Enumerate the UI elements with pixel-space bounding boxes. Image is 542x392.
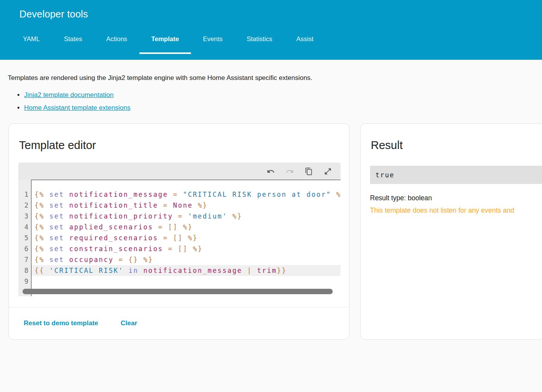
result-card: Result true Result type: boolean This te… [360, 123, 542, 340]
line-number: 2 [18, 200, 31, 211]
horizontal-scrollbar[interactable] [23, 289, 333, 294]
copy-icon[interactable] [305, 167, 313, 175]
code-line[interactable]: {% set notification_message = "CRITICAL … [31, 189, 340, 200]
tab-events[interactable]: Events [191, 30, 235, 54]
code-line[interactable]: {% set required_scenarios = [] %} [31, 232, 340, 243]
code-line[interactable]: {{ 'CRITICAL RISK' in notification_messa… [31, 265, 340, 276]
template-editor-footer: Reset to demo template Clear [9, 307, 349, 339]
undo-icon[interactable] [267, 167, 275, 175]
cards-row: Template editor [9, 123, 542, 340]
reset-demo-template-button[interactable]: Reset to demo template [18, 316, 104, 331]
result-value: true [375, 171, 394, 179]
code-input-area[interactable]: {% set notification_message = "CRITICAL … [31, 180, 340, 296]
result-value-box: true [370, 166, 542, 184]
template-editor-title: Template editor [19, 139, 340, 152]
redo-icon[interactable] [286, 167, 294, 175]
editor-toolbar [18, 163, 340, 180]
line-number: 4 [18, 222, 31, 232]
expand-icon[interactable] [324, 167, 332, 175]
app-header: Developer tools YAMLStatesActionsTemplat… [0, 0, 542, 60]
line-number: 3 [18, 211, 31, 222]
list-item: Jinja2 template documentation [24, 91, 542, 99]
line-number: 9 [18, 276, 31, 287]
link-ha-extensions[interactable]: Home Assistant template extensions [24, 104, 130, 111]
tab-template[interactable]: Template [139, 30, 191, 54]
intro-links: Jinja2 template documentation Home Assis… [24, 91, 542, 112]
template-editor-card: Template editor [9, 123, 349, 340]
code-line[interactable]: {% set notification_priority = 'medium' … [31, 211, 340, 222]
tab-assist[interactable]: Assist [284, 30, 325, 54]
line-number: 5 [18, 232, 31, 243]
result-warning-text: This template does not listen for any ev… [370, 206, 542, 215]
code-line[interactable]: {% set occupancy = {} %} [31, 254, 340, 265]
editor-main: 123456789 {% set notification_message = … [18, 180, 340, 296]
result-title: Result [371, 139, 542, 152]
main-content: Templates are rendered using the Jinja2 … [0, 60, 542, 340]
line-number: 8 [18, 265, 31, 276]
line-number: 1 [18, 189, 31, 200]
tab-statistics[interactable]: Statistics [235, 30, 284, 54]
intro-text: Templates are rendered using the Jinja2 … [0, 60, 542, 82]
clear-button[interactable]: Clear [115, 316, 143, 331]
tab-yaml[interactable]: YAML [11, 30, 52, 54]
list-item: Home Assistant template extensions [24, 104, 542, 112]
link-jinja2-docs[interactable]: Jinja2 template documentation [24, 91, 114, 99]
result-card-body: Result true Result type: boolean This te… [361, 124, 542, 339]
tab-states[interactable]: States [52, 30, 94, 54]
result-type-label: Result type: boolean [370, 194, 542, 202]
code-line[interactable]: {% set notification_title = None %} [31, 200, 340, 211]
code-line[interactable] [31, 276, 340, 287]
tab-bar: YAMLStatesActionsTemplateEventsStatistic… [0, 30, 542, 54]
line-number-gutter: 123456789 [18, 180, 31, 296]
template-editor-card-body: Template editor [9, 124, 349, 307]
line-number: 7 [18, 254, 31, 265]
tab-actions[interactable]: Actions [94, 30, 139, 54]
code-editor: 123456789 {% set notification_message = … [18, 163, 340, 296]
line-number: 6 [18, 243, 31, 254]
code-line[interactable]: {% set constrain_scenarios = [] %} [31, 243, 340, 254]
code-line[interactable]: {% set applied_scenarios = [] %} [31, 222, 340, 232]
page-title: Developer tools [0, 0, 542, 20]
